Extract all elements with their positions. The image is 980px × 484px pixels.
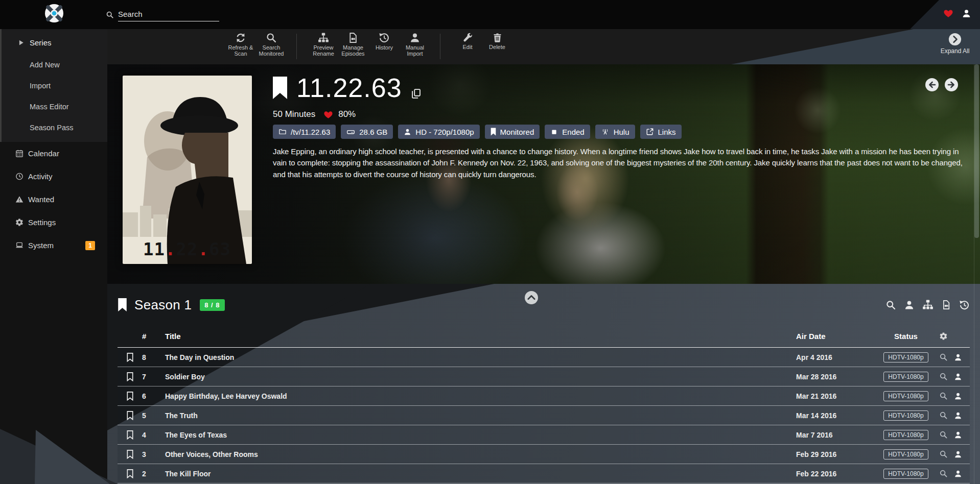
episode-row[interactable]: 2 The Kill Floor Feb 22 2016 HDTV-1080p [118, 464, 970, 483]
episode-title[interactable]: Happy Birthday, Lee Harvey Oswald [165, 392, 796, 400]
season-interactive-search-icon[interactable] [904, 300, 915, 310]
sidebar-item-settings[interactable]: Settings [0, 211, 107, 234]
donate-heart-icon[interactable] [943, 8, 954, 18]
episode-search-icon[interactable] [939, 372, 948, 381]
episode-air-date: Mar 7 2016 [796, 431, 873, 439]
episode-interactive-search-icon[interactable] [954, 353, 962, 361]
search-monitored-button[interactable]: Search Monitored [253, 32, 289, 57]
person-icon [404, 128, 411, 136]
episode-interactive-search-icon[interactable] [954, 392, 962, 400]
sidebar: Series Add New Import Mass Editor Season… [0, 29, 107, 484]
episode-monitor-toggle-icon[interactable] [127, 450, 133, 459]
episode-monitor-toggle-icon[interactable] [127, 430, 133, 440]
episode-number: 7 [142, 373, 165, 381]
manual-import-button[interactable]: Manual Import [397, 32, 433, 57]
series-path: /tv/11.22.63 [291, 128, 330, 136]
episode-row[interactable]: 6 Happy Birthday, Lee Harvey Oswald Mar … [118, 386, 970, 406]
episode-interactive-search-icon[interactable] [954, 412, 962, 420]
season-file-info-icon[interactable] [941, 300, 951, 310]
episode-interactive-search-icon[interactable] [954, 470, 962, 478]
refresh-icon [235, 32, 246, 43]
episode-title[interactable]: The Kill Floor [165, 470, 796, 478]
episode-number: 4 [142, 431, 165, 439]
status-chip: Ended [545, 125, 590, 139]
scrollbar-thumb[interactable] [974, 64, 979, 238]
monitored-bookmark-icon[interactable] [272, 77, 288, 99]
episode-row[interactable]: 7 Soldier Boy Mar 28 2016 HDTV-1080p [118, 367, 970, 386]
series-poster: 11.22.63 [123, 76, 252, 264]
episode-title[interactable]: Soldier Boy [165, 373, 796, 381]
sidebar-item-mass-editor[interactable]: Mass Editor [2, 96, 107, 117]
bookmark-icon [491, 128, 496, 136]
sidebar-item-label: Calendar [28, 149, 59, 158]
episode-row[interactable]: 3 Other Voices, Other Rooms Feb 29 2016 … [118, 445, 970, 464]
episode-title[interactable]: The Eyes of Texas [165, 431, 796, 439]
episode-monitor-toggle-icon[interactable] [127, 392, 133, 401]
search-input[interactable] [118, 7, 219, 21]
expand-all-button[interactable]: Expand All [935, 33, 975, 55]
series-size: 28.6 GB [359, 128, 387, 136]
table-options-gear-icon[interactable] [939, 332, 948, 341]
episode-search-icon[interactable] [939, 353, 948, 361]
next-series-button[interactable] [944, 78, 959, 92]
episode-row[interactable]: 5 The Truth Mar 14 2016 HDTV-1080p [118, 406, 970, 425]
series-title: 11.22.63 [296, 72, 402, 103]
series-meta-row: 50 Minutes 80% [273, 109, 356, 119]
series-monitored: Monitored [500, 128, 534, 136]
series-overview: Jake Epping, an ordinary high school tea… [273, 146, 968, 180]
external-link-icon [646, 128, 654, 136]
season-search-icon[interactable] [885, 300, 896, 310]
episode-interactive-search-icon[interactable] [954, 373, 962, 381]
sidebar-series-group: Series Add New Import Mass Editor Season… [0, 29, 107, 142]
episode-search-icon[interactable] [939, 430, 948, 439]
episode-row[interactable]: 8 The Day in Question Apr 4 2016 HDTV-10… [118, 348, 970, 367]
sidebar-item-calendar[interactable]: Calendar [0, 142, 107, 165]
previous-series-button[interactable] [925, 78, 939, 92]
sidebar-item-label: Settings [28, 218, 56, 227]
delete-button[interactable]: Delete [479, 32, 515, 50]
episode-row[interactable]: 4 The Eyes of Texas Mar 7 2016 HDTV-1080… [118, 425, 970, 445]
season-history-icon[interactable] [959, 300, 970, 310]
season-bookmark-icon[interactable] [118, 298, 127, 311]
season-rename-icon[interactable] [922, 299, 934, 310]
season-section: Season 1 8 / 8 # Title Air Date Status [107, 284, 980, 484]
episode-title[interactable]: Other Voices, Other Rooms [165, 450, 796, 458]
sidebar-item-label: Series [30, 38, 52, 47]
network-chip: Hulu [595, 125, 635, 139]
chevron-right-circle-icon [948, 33, 962, 46]
links-chip[interactable]: Links [640, 125, 682, 139]
episode-air-date: Feb 29 2016 [796, 450, 873, 458]
quality-badge: HDTV-1080p [883, 430, 928, 440]
sidebar-item-activity[interactable]: Activity [0, 165, 107, 188]
user-account-icon[interactable] [962, 9, 971, 18]
sidebar-item-wanted[interactable]: Wanted [0, 188, 107, 211]
episode-air-date: Mar 28 2016 [796, 373, 873, 381]
series-toolbar: Refresh & Scan Search Monitored Preview … [107, 29, 980, 64]
episode-interactive-search-icon[interactable] [954, 450, 962, 458]
episode-search-icon[interactable] [939, 411, 948, 420]
series-title-row: 11.22.63 [272, 72, 422, 103]
episode-monitor-toggle-icon[interactable] [127, 469, 133, 478]
episode-interactive-search-icon[interactable] [954, 431, 962, 439]
collapse-season-button[interactable] [524, 291, 539, 305]
copy-icon[interactable] [410, 88, 422, 100]
play-icon [16, 39, 26, 46]
system-health-badge: 1 [85, 241, 95, 250]
episode-search-icon[interactable] [939, 392, 948, 400]
episode-search-icon[interactable] [939, 450, 948, 458]
sidebar-item-system[interactable]: System 1 [0, 234, 107, 257]
manage-episodes-button[interactable]: Manage Episodes [335, 32, 371, 57]
sonarr-logo-icon[interactable] [44, 3, 64, 23]
sidebar-item-import[interactable]: Import [2, 75, 107, 96]
monitored-chip[interactable]: Monitored [485, 125, 540, 139]
sidebar-item-add-new[interactable]: Add New [2, 54, 107, 75]
episode-search-icon[interactable] [939, 469, 948, 478]
episode-monitor-toggle-icon[interactable] [127, 353, 133, 362]
episode-title[interactable]: The Day in Question [165, 353, 796, 361]
episode-monitor-toggle-icon[interactable] [127, 411, 133, 420]
episode-title[interactable]: The Truth [165, 412, 796, 420]
sidebar-item-season-pass[interactable]: Season Pass [2, 117, 107, 138]
episode-monitor-toggle-icon[interactable] [127, 372, 133, 381]
toolbar-button-label: Manual Import [397, 44, 433, 57]
sidebar-item-series[interactable]: Series [2, 31, 107, 54]
